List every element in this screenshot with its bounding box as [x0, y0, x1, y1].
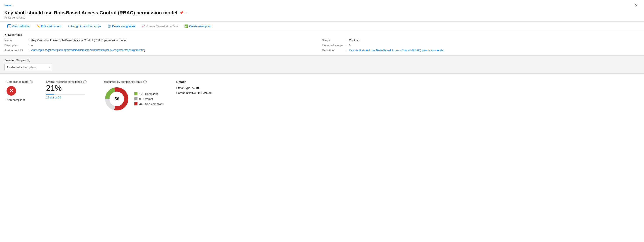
delete-icon: 🗑️ [108, 24, 111, 28]
remediation-icon: 📈 [142, 24, 145, 28]
delete-assignment-label: Delete assignment [112, 24, 136, 28]
exemption-icon: ✅ [184, 24, 188, 28]
effect-type-label: Effect Type [176, 86, 190, 90]
breadcrumb: Home › [4, 4, 14, 7]
scope-value: Contoso [349, 38, 360, 42]
scopes-section: Selected Scopes i 1 selected subscriptio… [0, 56, 644, 74]
resources-by-state-title: Resources by compliance state i [102, 80, 163, 84]
legend-non-compliant-color [134, 102, 138, 106]
scope-dropdown[interactable]: 1 selected subscription ▾ [4, 64, 52, 70]
donut-center-value: 56 [114, 96, 119, 102]
effect-type-row: Effect Type Audit [176, 86, 224, 90]
donut-chart: 56 [102, 85, 131, 113]
create-remediation-task-button[interactable]: 📈 Create Remediation Task [138, 23, 181, 29]
legend-compliant-label: 12 - Compliant [139, 92, 158, 96]
effect-type-value: Audit [192, 86, 199, 90]
essentials-section: ∧ Essentials Name : Key Vault should use… [0, 31, 644, 56]
excluded-scopes-value: 0 [349, 44, 350, 47]
scope-label: Scope [322, 38, 344, 42]
overall-compliance-title: Overall resource compliance i [46, 80, 90, 84]
scopes-label-text: Selected Scopes [4, 58, 26, 62]
scopes-info-icon[interactable]: i [27, 58, 30, 62]
compliance-state-icon: ✕ [6, 86, 16, 96]
pin-icon[interactable]: 📌 [180, 11, 184, 15]
edit-assignment-label: Edit assignment [41, 24, 62, 28]
name-value: Key Vault should use Role-Based Access C… [31, 38, 126, 42]
page-header: Key Vault should use Role-Based Access C… [0, 10, 644, 20]
essentials-title: Essentials [8, 33, 22, 36]
toolbar: 📄 View definition ✏️ Edit assignment ↗ A… [0, 21, 644, 31]
create-remediation-label: Create Remediation Task [146, 24, 178, 28]
scopes-label: Selected Scopes i [4, 58, 640, 62]
excluded-scopes-label: Excluded scopes [322, 44, 344, 47]
scope-dropdown-value: 1 selected subscription [7, 66, 36, 69]
assignment-id-label: Assignment ID [4, 48, 26, 52]
breadcrumb-home[interactable]: Home [4, 4, 11, 7]
breadcrumb-separator: › [13, 4, 14, 7]
assign-to-another-scope-button[interactable]: ↗ Assign to another scope [64, 24, 104, 29]
essentials-left-col: Name : Key Vault should use Role-Based A… [4, 38, 322, 52]
parent-initiative-row: Parent Initiative <<NONE>> [176, 91, 224, 94]
legend-non-compliant-label: 44 - Non-compliant [139, 102, 163, 106]
legend-compliant-color [134, 92, 138, 96]
details-title: Details [176, 80, 224, 84]
name-row: Name : Key Vault should use Role-Based A… [4, 38, 322, 42]
metrics-section: Compliance state i ✕ Non-compliant Overa… [0, 74, 644, 120]
excluded-scopes-row: Excluded scopes : 0 [322, 44, 640, 47]
delete-assignment-button[interactable]: 🗑️ Delete assignment [104, 23, 139, 29]
compliance-state-title: Compliance state i [6, 80, 33, 84]
assign-icon: ↗ [67, 24, 70, 28]
compliance-state-block: Compliance state i ✕ Non-compliant [6, 80, 33, 102]
overall-compliance-info-icon[interactable]: i [83, 80, 86, 84]
create-exemption-label: Create exemption [189, 24, 212, 28]
parent-initiative-value: <<NONE>> [197, 91, 212, 94]
essentials-chevron: ∧ [4, 33, 6, 36]
progress-bar-fill [46, 94, 54, 94]
view-definition-button[interactable]: 📄 View definition [4, 23, 33, 29]
details-block: Details Effect Type Audit Parent Initiat… [176, 80, 224, 94]
overall-out-of: 12 out of 56 [46, 96, 90, 99]
edit-icon: ✏️ [36, 24, 40, 28]
assignment-id-row: Assignment ID : /subscriptions/{subscrip… [4, 48, 322, 52]
compliance-state-title-text: Compliance state [6, 80, 28, 84]
view-definition-icon: 📄 [8, 24, 11, 28]
page-subtitle: Policy compliance [4, 16, 640, 19]
definition-value[interactable]: Key Vault should use Role-Based Access C… [349, 48, 444, 52]
resources-by-state-info-icon[interactable]: i [143, 80, 146, 84]
resources-donut-container: 56 12 - Compliant 0 - Exempt 44 - Non-co… [102, 85, 163, 113]
legend-exempt: 0 - Exempt [134, 97, 163, 101]
close-button[interactable]: ✕ [633, 2, 640, 9]
overall-compliance-block: Overall resource compliance i 21% 12 out… [46, 80, 90, 99]
edit-assignment-button[interactable]: ✏️ Edit assignment [33, 23, 64, 29]
essentials-right-col: Scope : Contoso Excluded scopes : 0 Defi… [322, 38, 640, 52]
description-value: -- [31, 44, 33, 47]
name-label: Name [4, 38, 26, 42]
compliance-state-label: Non-compliant [6, 98, 33, 102]
legend-compliant: 12 - Compliant [134, 92, 163, 96]
progress-bar [46, 94, 85, 94]
parent-initiative-label: Parent Initiative [176, 91, 196, 94]
scope-row: Scope : Contoso [322, 38, 640, 42]
page-title: Key Vault should use Role-Based Access C… [4, 10, 177, 16]
essentials-grid: Name : Key Vault should use Role-Based A… [0, 38, 644, 55]
scope-dropdown-chevron: ▾ [48, 66, 50, 68]
overall-compliance-title-text: Overall resource compliance [46, 80, 82, 84]
legend-exempt-label: 0 - Exempt [139, 97, 153, 101]
legend-exempt-color [134, 97, 138, 100]
create-exemption-button[interactable]: ✅ Create exemption [181, 23, 214, 29]
assignment-id-value[interactable]: /subscriptions/{subscriptionId}/provider… [31, 48, 145, 52]
non-compliant-x: ✕ [9, 88, 13, 94]
definition-row: Definition : Key Vault should use Role-B… [322, 48, 640, 52]
resources-by-state-block: Resources by compliance state i [102, 80, 163, 113]
compliance-state-info-icon[interactable]: i [30, 80, 33, 84]
description-row: Description : -- [4, 44, 322, 47]
assign-scope-label: Assign to another scope [71, 24, 101, 28]
overall-percentage: 21% [46, 84, 90, 92]
essentials-header[interactable]: ∧ Essentials [0, 31, 644, 38]
donut-legend: 12 - Compliant 0 - Exempt 44 - Non-compl… [134, 92, 163, 106]
legend-non-compliant: 44 - Non-compliant [134, 102, 163, 106]
view-definition-label: View definition [12, 24, 30, 28]
definition-label: Definition [322, 48, 344, 52]
more-icon[interactable]: ··· [186, 11, 189, 15]
description-label: Description [4, 44, 26, 47]
